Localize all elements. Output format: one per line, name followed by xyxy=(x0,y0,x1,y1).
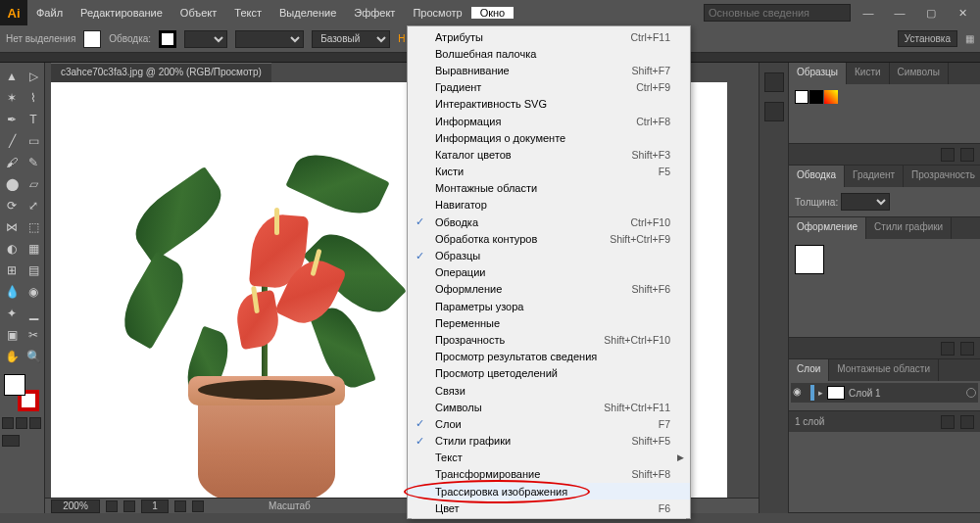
tab-graphic-styles[interactable]: Стили графики xyxy=(866,217,952,239)
window-minimize-icon[interactable]: — xyxy=(886,3,913,23)
paintbrush-tool[interactable]: 🖌 xyxy=(2,153,22,172)
app-minimize-icon[interactable]: — xyxy=(855,3,882,23)
pen-tool[interactable]: ✒ xyxy=(2,110,22,129)
fill-stroke-control[interactable] xyxy=(2,374,41,413)
blend-tool[interactable]: ◉ xyxy=(24,282,43,302)
menu-item-прозрачность[interactable]: ПрозрачностьShift+Ctrl+F10 xyxy=(408,331,690,348)
menu-item-каталог-цветов[interactable]: Каталог цветовShift+F3 xyxy=(408,146,690,163)
menu-item-выравнивание[interactable]: ВыравниваниеShift+F7 xyxy=(408,62,690,78)
tab-layers[interactable]: Слои xyxy=(789,359,829,381)
menu-item-символы[interactable]: СимволыShift+Ctrl+F11 xyxy=(408,399,690,415)
menu-item-слои[interactable]: ✓СлоиF7 xyxy=(408,415,690,432)
menu-item-цвет[interactable]: ЦветF6 xyxy=(408,499,690,516)
menu-редактирование[interactable]: Редактирование xyxy=(72,7,172,19)
menu-item-атрибуты[interactable]: АтрибутыCtrl+F11 xyxy=(408,28,690,45)
menu-item-интерактивность-svg[interactable]: Интерактивность SVG xyxy=(408,96,690,113)
nav-prev-icon[interactable] xyxy=(123,500,135,512)
graph-tool[interactable]: ▁ xyxy=(24,304,43,323)
stroke-weight-panel-select[interactable] xyxy=(841,193,890,211)
nav-first-icon[interactable] xyxy=(106,500,118,512)
tab-symbols[interactable]: Символы xyxy=(890,63,949,84)
color-guide-panel-icon[interactable] xyxy=(764,102,784,121)
align-icon[interactable]: ▦ xyxy=(965,33,974,44)
menu-item-параметры-узора[interactable]: Параметры узора xyxy=(408,298,690,314)
target-icon[interactable] xyxy=(966,388,976,398)
swatches-panel-content[interactable] xyxy=(789,84,980,143)
menu-item-монтажные-области[interactable]: Монтажные области xyxy=(408,180,690,197)
window-close-icon[interactable]: ✕ xyxy=(949,3,976,23)
menu-просмотр[interactable]: Просмотр xyxy=(404,7,470,19)
artboard-tool[interactable]: ▣ xyxy=(2,325,22,345)
menu-объект[interactable]: Объект xyxy=(172,7,225,19)
document-tab[interactable]: c3ahce70c3fa3.jpg @ 200% (RGB/Просмотр) xyxy=(51,63,271,82)
menu-item-просмотр-результатов-сведения[interactable]: Просмотр результатов сведения xyxy=(408,349,690,365)
menu-окно[interactable]: Окно xyxy=(471,7,514,19)
menu-item-кисти[interactable]: КистиF5 xyxy=(408,164,690,180)
menu-item-операции[interactable]: Операции xyxy=(408,264,690,281)
tab-gradient[interactable]: Градиент xyxy=(845,166,904,187)
setup-badge[interactable]: Установка xyxy=(898,30,957,47)
free-transform-tool[interactable]: ⬚ xyxy=(24,217,43,237)
menu-item-трассировка-изображения[interactable]: Трассировка изображения xyxy=(408,483,690,499)
nav-last-icon[interactable] xyxy=(192,500,204,512)
pencil-tool[interactable]: ✎ xyxy=(24,153,43,172)
menu-item-трансформирование[interactable]: ТрансформированиеShift+F8 xyxy=(408,466,690,483)
perspective-grid-tool[interactable]: ▦ xyxy=(24,239,43,259)
rotate-tool[interactable]: ⟳ xyxy=(2,196,22,215)
fill-swatch[interactable] xyxy=(83,30,101,48)
scale-tool[interactable]: ⤢ xyxy=(24,196,43,215)
visibility-icon[interactable]: ◉ xyxy=(793,386,807,400)
menu-эффект[interactable]: Эффект xyxy=(345,7,404,19)
tab-swatches[interactable]: Образцы xyxy=(789,63,847,84)
brush-select[interactable] xyxy=(235,30,304,48)
menu-item-волшебная-палочка[interactable]: Волшебная палочка xyxy=(408,45,690,62)
tab-stroke[interactable]: Обводка xyxy=(789,166,845,187)
window-maximize-icon[interactable]: ▢ xyxy=(917,3,945,23)
artboard-index-input[interactable] xyxy=(141,499,169,513)
rectangle-tool[interactable]: ▭ xyxy=(24,131,43,151)
draw-behind-icon[interactable] xyxy=(16,417,27,429)
eyedropper-tool[interactable]: 💧 xyxy=(2,282,22,302)
menu-item-оформление[interactable]: ОформлениеShift+F6 xyxy=(408,281,690,298)
color-panel-icon[interactable] xyxy=(764,72,784,92)
shape-builder-tool[interactable]: ◐ xyxy=(2,239,22,259)
tab-artboards[interactable]: Монтажные области xyxy=(829,359,939,381)
gradient-tool[interactable]: ▤ xyxy=(24,261,43,280)
width-tool[interactable]: ⋈ xyxy=(2,217,22,237)
menu-item-переменные[interactable]: Переменные xyxy=(408,314,690,331)
menu-item-просмотр-цветоделений[interactable]: Просмотр цветоделений xyxy=(408,365,690,382)
layer-name[interactable]: Слой 1 xyxy=(849,388,881,399)
menu-выделение[interactable]: Выделение xyxy=(270,7,345,19)
menu-item-связи[interactable]: Связи xyxy=(408,382,690,399)
appearance-panel-content[interactable] xyxy=(789,239,980,337)
symbol-sprayer-tool[interactable]: ✦ xyxy=(2,304,22,323)
new-style-icon[interactable] xyxy=(941,342,955,356)
zoom-input[interactable] xyxy=(51,499,100,513)
menu-текст[interactable]: Текст xyxy=(225,7,270,19)
lasso-tool[interactable]: ⌇ xyxy=(24,88,43,108)
menu-item-информация-о-документе[interactable]: Информация о документе xyxy=(408,129,690,146)
blob-brush-tool[interactable]: ⬤ xyxy=(2,174,22,194)
type-tool[interactable]: T xyxy=(24,110,43,129)
menu-item-обработка-контуров[interactable]: Обработка контуровShift+Ctrl+F9 xyxy=(408,230,690,247)
delete-style-icon[interactable] xyxy=(960,342,974,356)
menu-item-информация[interactable]: ИнформацияCtrl+F8 xyxy=(408,113,690,129)
doc-setup-link[interactable]: Н xyxy=(398,33,405,44)
stroke-swatch[interactable] xyxy=(159,30,176,48)
menu-item-навигатор[interactable]: Навигатор xyxy=(408,197,690,214)
hand-tool[interactable]: ✋ xyxy=(2,347,22,366)
magic-wand-tool[interactable]: ✶ xyxy=(2,88,22,108)
menu-item-текст[interactable]: Текст▶ xyxy=(408,450,690,466)
line-tool[interactable]: ╱ xyxy=(2,131,22,151)
slice-tool[interactable]: ✂ xyxy=(24,325,43,345)
selection-tool[interactable]: ▲ xyxy=(2,67,22,86)
fill-box[interactable] xyxy=(4,374,25,396)
delete-swatch-icon[interactable] xyxy=(960,148,974,162)
draw-normal-icon[interactable] xyxy=(2,417,14,429)
nav-next-icon[interactable] xyxy=(174,500,186,512)
stroke-weight-select[interactable] xyxy=(184,30,227,48)
tab-appearance[interactable]: Оформление xyxy=(789,217,866,239)
tab-transparency[interactable]: Прозрачность xyxy=(904,166,980,187)
menu-item-образцы[interactable]: ✓Образцы xyxy=(408,247,690,263)
zoom-tool[interactable]: 🔍 xyxy=(24,347,43,366)
